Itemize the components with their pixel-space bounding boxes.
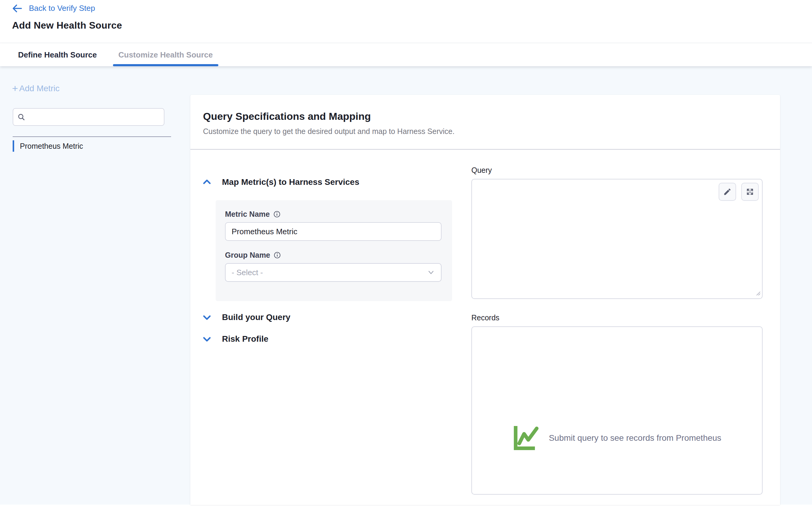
info-icon[interactable] [273, 210, 281, 218]
arrow-left-icon [12, 4, 22, 13]
query-specifications-panel: Query Specifications and Mapping Customi… [190, 95, 780, 505]
records-panel: Submit query to see records from Prometh… [471, 326, 763, 494]
resize-handle[interactable] [755, 291, 761, 297]
section-label: Risk Profile [222, 334, 268, 344]
back-to-verify-step-link[interactable]: Back to Verify Step [12, 4, 95, 13]
section-label: Build your Query [222, 312, 290, 322]
records-empty-state: Submit query to see records from Prometh… [472, 425, 762, 451]
metric-search-box [13, 108, 165, 126]
chevron-down-icon [202, 335, 211, 342]
group-name-label: Group Name [225, 251, 270, 260]
section-label: Map Metric(s) to Harness Services [222, 177, 359, 187]
page-header: Back to Verify Step Add New Health Sourc… [0, 0, 812, 43]
section-map-metrics-header[interactable]: Map Metric(s) to Harness Services [202, 177, 472, 187]
metric-name-input[interactable] [225, 222, 441, 241]
panel-body: Map Metric(s) to Harness Services Metric… [190, 150, 780, 504]
line-chart-icon [513, 425, 543, 451]
chevron-down-icon [427, 269, 435, 276]
expand-query-button[interactable] [741, 183, 759, 201]
tab-define-health-source[interactable]: Define Health Source [13, 43, 103, 66]
add-new-health-source-page: Back to Verify Step Add New Health Sourc… [0, 0, 812, 510]
panel-subtitle: Customize the query to get the desired o… [203, 127, 455, 136]
metric-item-label: Prometheus Metric [20, 142, 83, 151]
edit-query-button[interactable] [719, 183, 736, 201]
search-input[interactable] [29, 113, 160, 121]
group-name-select[interactable]: - Select - [225, 263, 441, 282]
section-risk-profile-header[interactable]: Risk Profile [202, 334, 472, 344]
metric-name-label: Metric Name [225, 210, 270, 218]
chevron-up-icon [202, 179, 211, 186]
query-actions [719, 183, 759, 201]
back-link-label: Back to Verify Step [29, 4, 95, 13]
add-metric-button[interactable]: + Add Metric [12, 84, 60, 93]
metric-name-label-row: Metric Name [225, 210, 443, 218]
expand-arrows-icon [746, 187, 754, 196]
query-editor[interactable] [471, 179, 763, 299]
select-placeholder: - Select - [232, 268, 263, 277]
selected-indicator-bar [13, 140, 14, 152]
plus-icon: + [12, 84, 18, 92]
records-label: Records [471, 313, 763, 322]
metric-list-item-prometheus[interactable]: Prometheus Metric [13, 140, 171, 152]
chevron-down-icon [202, 314, 211, 321]
query-records-column: Query [471, 150, 763, 494]
content-area: + Add Metric Prometheus Metric Query Spe… [0, 66, 812, 505]
query-label: Query [471, 166, 763, 175]
info-icon[interactable] [273, 251, 281, 259]
page-title: Add New Health Source [12, 20, 122, 31]
tab-customize-health-source[interactable]: Customize Health Source [113, 43, 219, 66]
panel-title: Query Specifications and Mapping [203, 111, 371, 122]
pencil-icon [723, 187, 732, 196]
add-metric-label: Add Metric [19, 84, 60, 93]
sidebar-divider [13, 137, 171, 137]
health-source-tabbar: Define Health Source Customize Health So… [0, 43, 812, 66]
records-empty-text: Submit query to see records from Prometh… [549, 433, 721, 443]
group-name-label-row: Group Name [225, 251, 443, 260]
panel-header: Query Specifications and Mapping Customi… [190, 95, 780, 150]
map-metric-form-card: Metric Name Group Name [216, 200, 452, 301]
section-build-query-header[interactable]: Build your Query [202, 312, 472, 323]
search-icon [18, 113, 25, 121]
mapping-column: Map Metric(s) to Harness Services Metric… [202, 150, 472, 344]
